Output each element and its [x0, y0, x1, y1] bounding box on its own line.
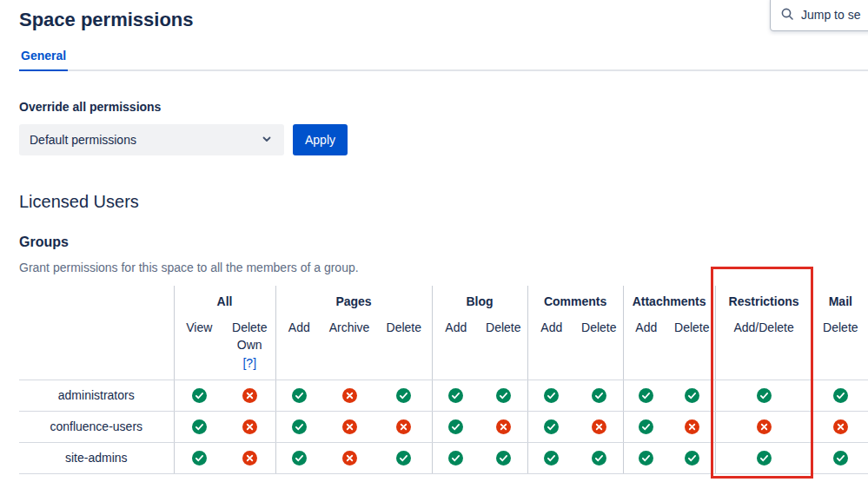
cross-circle-icon — [242, 387, 257, 401]
check-circle-icon — [448, 387, 463, 401]
group-name: site-admins — [19, 442, 174, 473]
permission-cell — [480, 442, 527, 473]
permission-cell — [623, 442, 669, 473]
check-circle-icon — [639, 419, 653, 432]
check-circle-icon — [496, 450, 511, 464]
permission-cell — [527, 380, 575, 411]
check-circle-icon — [448, 419, 463, 432]
group-name: confluence-users — [19, 411, 174, 442]
check-circle-icon — [544, 387, 559, 401]
permission-cell — [174, 380, 224, 411]
chevron-down-icon — [260, 132, 274, 149]
cross-circle-icon — [496, 419, 511, 432]
permission-cell — [669, 411, 715, 442]
cross-circle-icon — [342, 450, 357, 464]
permission-cell — [376, 380, 432, 411]
override-permissions-label: Override all permissions — [19, 100, 868, 114]
col-header-comments-delete: Delete — [575, 315, 623, 380]
tab-general[interactable]: General — [19, 49, 68, 71]
page-title: Space permissions — [19, 0, 868, 32]
permission-cell — [812, 411, 868, 442]
group-name-header — [19, 286, 174, 315]
col-header-attachments-add: Add — [623, 315, 669, 380]
col-header-blog-add: Add — [432, 315, 480, 380]
check-circle-icon — [639, 450, 653, 464]
col-header-blog-delete: Delete — [480, 315, 527, 380]
cross-circle-icon — [242, 450, 257, 464]
permission-cell — [575, 442, 623, 473]
check-circle-icon — [192, 387, 207, 401]
permission-cell — [575, 411, 623, 442]
permission-cell — [575, 380, 623, 411]
col-header-delete-own: Delete Own [?] — [224, 315, 275, 380]
check-circle-icon — [592, 387, 606, 401]
cross-circle-icon — [342, 419, 357, 432]
delete-own-help-link[interactable]: [?] — [224, 354, 275, 372]
permission-cell — [715, 380, 812, 411]
groups-heading: Groups — [19, 234, 868, 250]
permission-cell — [224, 442, 275, 473]
permission-cell — [623, 380, 669, 411]
column-group-restrictions: Restrictions — [715, 286, 812, 315]
col-header-mail-delete: Delete — [812, 315, 868, 380]
permission-cell — [669, 380, 715, 411]
permission-cell — [275, 411, 322, 442]
permission-cell — [527, 411, 575, 442]
column-group-mail: Mail — [812, 286, 868, 315]
permission-cell — [669, 442, 715, 473]
check-circle-icon — [396, 450, 411, 464]
permission-cell — [224, 411, 275, 442]
permission-cell — [812, 380, 868, 411]
sub-header-row: View Delete Own [?] Add Archive Delete A… — [19, 315, 868, 380]
cross-circle-icon — [342, 387, 357, 401]
check-circle-icon — [292, 450, 307, 464]
permission-cell — [174, 442, 224, 473]
permission-cell — [174, 411, 224, 442]
permission-cell — [432, 411, 480, 442]
space-permissions-page: Space permissions General Override all p… — [0, 0, 868, 474]
permissions-table-wrap: All Pages Blog Comments Attachments Rest… — [19, 286, 868, 474]
permission-cell — [275, 442, 322, 473]
check-circle-icon — [639, 387, 653, 401]
cross-circle-icon — [685, 419, 699, 432]
permission-cell — [224, 380, 275, 411]
column-group-all: All — [174, 286, 275, 315]
cross-circle-icon — [396, 419, 411, 432]
column-group-attachments: Attachments — [623, 286, 715, 315]
apply-button[interactable]: Apply — [293, 124, 348, 155]
check-circle-icon — [192, 419, 207, 432]
permission-cell — [376, 442, 432, 473]
override-controls: Default permissions Apply — [19, 124, 868, 155]
permission-cell — [812, 442, 868, 473]
col-header-attachments-delete: Delete — [669, 315, 715, 380]
permission-cell — [623, 411, 669, 442]
search-placeholder: Jump to se — [801, 8, 860, 22]
cross-circle-icon — [757, 419, 772, 432]
column-group-blog: Blog — [432, 286, 527, 315]
permission-cell — [275, 380, 322, 411]
permission-cell — [715, 442, 812, 473]
table-row-administrators: administrators — [19, 380, 868, 411]
check-circle-icon — [757, 450, 772, 464]
permission-cell — [376, 411, 432, 442]
dropdown-selected-value: Default permissions — [30, 133, 136, 147]
check-circle-icon — [592, 450, 606, 464]
permission-cell — [432, 442, 480, 473]
check-circle-icon — [544, 419, 559, 432]
check-circle-icon — [396, 387, 411, 401]
cross-circle-icon — [833, 419, 848, 432]
check-circle-icon — [544, 450, 559, 464]
permissions-dropdown[interactable]: Default permissions — [19, 124, 284, 155]
check-circle-icon — [448, 450, 463, 464]
column-group-pages: Pages — [275, 286, 432, 315]
permission-cell — [715, 411, 812, 442]
permission-cell — [480, 411, 527, 442]
column-group-comments: Comments — [527, 286, 623, 315]
permission-cell — [322, 442, 376, 473]
cross-circle-icon — [242, 419, 257, 432]
check-circle-icon — [685, 387, 699, 401]
search-box[interactable]: Jump to se — [770, 0, 868, 31]
group-name: administrators — [19, 380, 174, 411]
table-row-site-admins: site-admins — [19, 442, 868, 473]
col-header-pages-archive: Archive — [322, 315, 376, 380]
